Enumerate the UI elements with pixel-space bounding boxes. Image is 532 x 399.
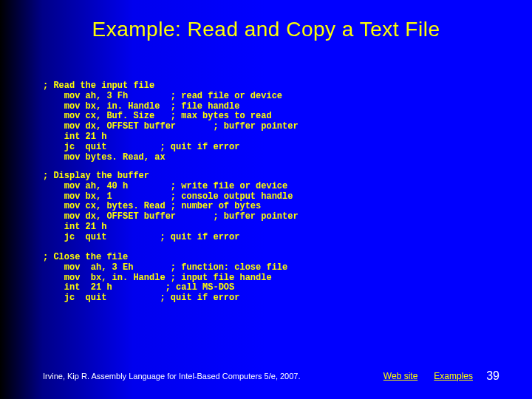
link-web-site[interactable]: Web site (383, 371, 417, 381)
slide-title: Example: Read and Copy a Text File (0, 0, 532, 41)
page-number: 39 (486, 369, 499, 383)
link-examples[interactable]: Examples (434, 371, 473, 381)
code-block-display: ; Display the buffer mov ah, 40 h ; writ… (43, 171, 299, 243)
slide-container: Example: Read and Copy a Text File ; Rea… (0, 0, 532, 399)
code-block-close: ; Close the file mov ah, 3 Eh ; function… (43, 253, 287, 304)
code-block-read: ; Read the input file mov ah, 3 Fh ; rea… (43, 81, 299, 163)
footer-credit: Irvine, Kip R. Assembly Language for Int… (43, 372, 301, 381)
footer: Irvine, Kip R. Assembly Language for Int… (0, 371, 532, 381)
